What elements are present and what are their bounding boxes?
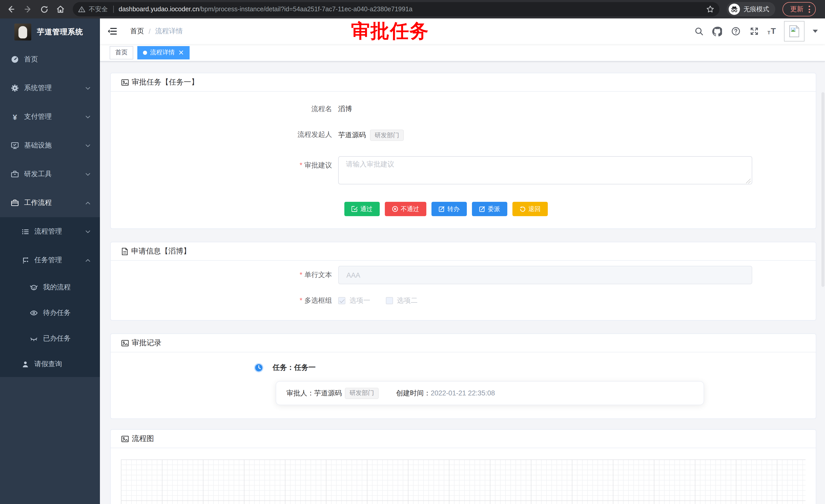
sidebar-item-system[interactable]: 系统管理 [0,74,100,102]
briefcase-icon [11,199,19,207]
scrollbar-thumb[interactable] [821,92,824,287]
reject-button[interactable]: 不通过 [385,202,426,216]
chrome-update-button[interactable]: 更新 [782,2,816,16]
checkbox-label: 选项一 [350,296,370,305]
create-time-label: 创建时间： [396,389,431,398]
sidebar-item-infrastructure[interactable]: 基础设施 [0,131,100,160]
sidebar-item-devtools[interactable]: 研发工具 [0,160,100,188]
sidebar-item-workflow[interactable]: 工作流程 [0,188,100,217]
sidebar-item-label: 待办任务 [43,308,71,318]
checkbox-checked-icon[interactable] [338,297,346,304]
sidebar-item-todo-tasks[interactable]: 待办任务 [0,300,100,326]
approval-task-card: 审批任务【任务一】 流程名 滔博 流程发起人 芋道源码 研发部门 [110,73,816,229]
chevron-up-icon [85,200,91,205]
avatar-dropdown-icon[interactable] [813,30,818,33]
checkbox-option-2[interactable]: 选项二 [386,296,418,305]
required-mark: * [300,297,302,304]
tab-label: 首页 [115,48,128,57]
eye-icon [30,309,38,317]
picture-icon [121,435,129,443]
tab-process-detail[interactable]: 流程详情 [137,46,190,59]
checkbox-label: 选项二 [397,296,418,305]
suggest-textarea[interactable] [338,156,752,184]
workflow-submenu: 流程管理 任务管理 我的流程 [0,217,100,377]
single-line-input[interactable] [338,266,752,284]
sidebar-item-done-tasks[interactable]: 已办任务 [0,326,100,351]
home-icon[interactable] [53,2,68,16]
tab-home[interactable]: 首页 [110,46,133,59]
avatar[interactable] [784,21,805,41]
sidebar-item-leave-query[interactable]: 请假查询 [0,351,100,377]
sidebar-item-payment[interactable]: ¥ 支付管理 [0,102,100,131]
form-item-initiator: 流程发起人 芋道源码 研发部门 [121,130,806,141]
task-title: 任务：任务一 [273,363,316,372]
github-icon[interactable] [712,26,722,36]
app-title: 芋道管理系统 [37,27,83,36]
checkbox-option-1[interactable]: 选项一 [338,296,370,305]
screen: 不安全 dashboard.yudao.iocoder.cn /bpm/proc… [0,0,825,504]
sidebar-fold-icon[interactable] [106,26,118,37]
incognito-badge: 无痕模式 [727,2,775,16]
bookmark-star-icon[interactable] [706,5,714,13]
approval-record-card: 审批记录 任务：任务一 审批人： 芋道源码 研发部门 [110,333,816,419]
address-bar[interactable]: 不安全 dashboard.yudao.iocoder.cn /bpm/proc… [73,2,720,16]
reload-icon[interactable] [37,2,51,16]
bpmn-canvas[interactable] [121,459,806,504]
field-label: 流程发起人 [121,130,338,141]
sidebar-item-home[interactable]: 首页 [0,45,100,74]
chevron-down-icon [85,171,91,177]
logo-image [14,23,31,40]
clock-icon [254,363,264,373]
transfer-button[interactable]: 转办 [432,202,467,216]
sidebar-item-label: 研发工具 [24,170,52,179]
field-label: 流程名 [121,104,338,114]
sidebar-item-label: 已办任务 [43,334,71,343]
breadcrumb-home[interactable]: 首页 [130,27,144,36]
sidebar-item-label: 支付管理 [24,112,52,121]
picture-icon [121,339,129,347]
field-label: *多选框组 [121,296,338,306]
form-item-checkboxes: *多选框组 选项一 选项二 [121,296,806,306]
sidebar-item-label: 任务管理 [34,256,62,265]
chevron-down-icon [85,143,91,148]
sidebar-item-my-process[interactable]: 我的流程 [0,274,100,300]
sidebar-item-label: 基础设施 [24,141,52,150]
sidebar-item-label: 流程管理 [34,227,62,236]
yen-icon: ¥ [11,113,19,121]
forward-icon[interactable] [20,2,35,16]
sidebar-item-label: 系统管理 [24,83,52,93]
apply-info-card: 申请信息【滔博】 *单行文本 *多选框组 选项一 [110,242,816,321]
dept-tag: 研发部门 [370,130,404,141]
back-icon[interactable] [4,2,18,16]
card-title: 申请信息【滔博】 [131,246,191,256]
font-size-icon[interactable]: TT [767,27,776,35]
timeline-task-row: 任务：任务一 [254,363,806,373]
approve-button[interactable]: 通过 [344,202,380,216]
search-icon[interactable] [693,26,704,36]
incognito-label: 无痕模式 [744,5,769,14]
tags-view-bar: 首页 流程详情 [100,44,825,62]
chrome-menu-icon[interactable] [809,6,810,13]
sidebar-menu: 首页 系统管理 ¥ 支付管理 [0,45,100,504]
sidebar-item-task-mgmt[interactable]: 任务管理 [0,246,100,274]
picture-icon [121,78,129,86]
apply-form: *单行文本 *多选框组 选项一 [111,261,816,320]
card-header: 申请信息【滔博】 [111,242,816,261]
fullscreen-icon[interactable] [749,26,759,36]
help-icon[interactable] [731,26,741,36]
card-header: 审批任务【任务一】 [111,73,816,92]
sidebar-item-process-mgmt[interactable]: 流程管理 [0,217,100,246]
chevron-down-icon [85,85,91,91]
delegate-button[interactable]: 委派 [472,202,507,216]
approval-form: 流程名 滔博 流程发起人 芋道源码 研发部门 *审批建议 [111,92,816,229]
close-icon[interactable] [178,50,184,56]
update-label[interactable]: 更新 [790,5,804,14]
chevron-down-icon [85,229,91,234]
checkbox-unchecked-icon[interactable] [386,297,393,304]
return-button[interactable]: 退回 [512,202,548,216]
form-item-suggest: *审批建议 [121,156,806,186]
app-logo[interactable]: 芋道管理系统 [0,18,100,45]
approval-actions: 通过 不通过 转办 委 [344,202,806,216]
tree-icon [21,256,29,264]
required-mark: * [300,271,302,279]
